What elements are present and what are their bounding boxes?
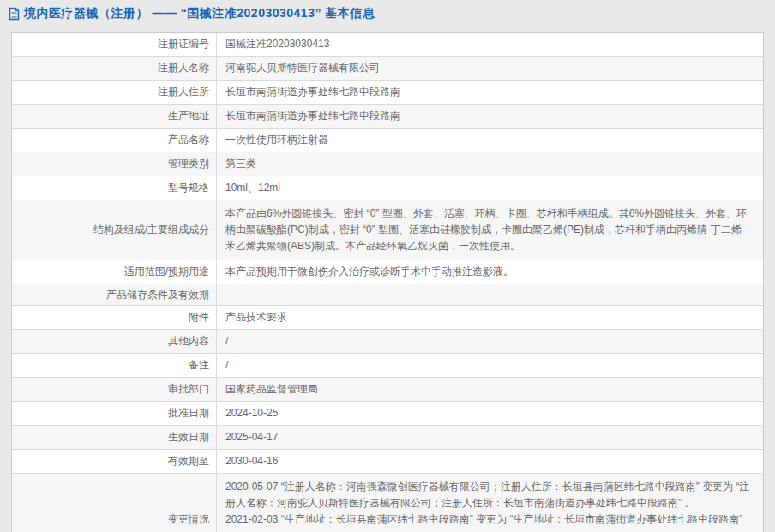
table-row: 适用范围/预期用途 本产品预期用于微创伤介入治疗或诊断手术中手动推注造影液。	[12, 260, 763, 284]
row-value: 长垣市南蒲街道办事处纬七路中段路南	[217, 105, 763, 128]
row-value: 2025-04-17	[217, 426, 763, 449]
table-row: 型号规格 10ml、12ml	[12, 176, 763, 200]
row-label: 结构及组成/主要组成成分	[12, 200, 217, 260]
row-label: 生产地址	[12, 105, 217, 128]
table-row: 管理类别 第三类	[12, 152, 763, 176]
row-label: 适用范围/预期用途	[12, 260, 217, 284]
row-value: 2030-04-16	[217, 450, 763, 473]
row-value: 本产品由6%外圆锥接头、密封 “0” 型圈、外套、活塞、环柄、卡圈、芯杆和手柄组…	[217, 200, 763, 260]
info-table: 注册证编号 国械注准20203030413 注册人名称 河南驼人贝斯特医疗器械有…	[11, 32, 764, 532]
row-value: 长垣市南蒲街道办事处纬七路中段路南	[217, 81, 763, 104]
row-value: 2020-05-07 “注册人名称：河南强森微创医疗器械有限公司；注册人住所：长…	[217, 474, 763, 532]
table-row: 备注 /	[12, 354, 763, 378]
row-label: 产品储存条件及有效期	[12, 284, 217, 305]
table-row: 注册人名称 河南驼人贝斯特医疗器械有限公司	[12, 57, 763, 81]
row-value: 一次性使用环柄注射器	[217, 129, 763, 152]
row-label: 有效期至	[12, 450, 217, 473]
table-row: 附件 产品技术要求	[12, 306, 763, 330]
row-value: 河南驼人贝斯特医疗器械有限公司	[217, 57, 763, 80]
row-value: 2024-10-25	[217, 402, 763, 425]
row-label: 注册人住所	[12, 81, 217, 104]
table-row: 注册证编号 国械注准20203030413	[12, 33, 763, 57]
document-icon	[9, 7, 20, 21]
row-label: 型号规格	[12, 176, 217, 200]
table-row: 其他内容 /	[12, 330, 763, 354]
row-label: 管理类别	[12, 152, 217, 176]
row-label: 产品名称	[12, 129, 217, 152]
table-row: 产品储存条件及有效期	[12, 284, 763, 306]
row-label: 生效日期	[12, 426, 217, 449]
table-row: 审批部门 国家药品监督管理局	[12, 378, 763, 402]
row-value: /	[217, 354, 763, 377]
row-value	[217, 284, 763, 305]
row-label: 注册人名称	[12, 57, 217, 80]
row-value: 国械注准20203030413	[217, 33, 763, 56]
table-row: 生产地址 长垣市南蒲街道办事处纬七路中段路南	[12, 105, 763, 129]
row-label: 变更情况	[12, 474, 217, 532]
row-label: 注册证编号	[12, 33, 217, 56]
row-label: 附件	[12, 306, 217, 329]
page-title: 境内医疗器械（注册） —— “国械注准20203030413” 基本信息	[24, 6, 375, 21]
row-label: 批准日期	[12, 402, 217, 425]
row-label: 其他内容	[12, 330, 217, 353]
row-value: 10ml、12ml	[217, 176, 763, 200]
row-label: 审批部门	[12, 378, 217, 401]
row-value: 本产品预期用于微创伤介入治疗或诊断手术中手动推注造影液。	[217, 260, 763, 284]
table-row: 有效期至 2030-04-16	[12, 450, 763, 474]
row-value: 国家药品监督管理局	[217, 378, 763, 401]
row-value: 产品技术要求	[217, 306, 763, 329]
row-label: 备注	[12, 354, 217, 377]
table-row: 生效日期 2025-04-17	[12, 426, 763, 450]
table-row: 变更情况 2020-05-07 “注册人名称：河南强森微创医疗器械有限公司；注册…	[12, 474, 763, 532]
row-value: 第三类	[217, 152, 763, 176]
table-row: 批准日期 2024-10-25	[12, 402, 763, 426]
page-header: 境内医疗器械（注册） —— “国械注准20203030413” 基本信息	[0, 0, 775, 27]
table-row: 产品名称 一次性使用环柄注射器	[12, 129, 763, 152]
table-row: 注册人住所 长垣市南蒲街道办事处纬七路中段路南	[12, 81, 763, 105]
table-row: 结构及组成/主要组成成分 本产品由6%外圆锥接头、密封 “0” 型圈、外套、活塞…	[12, 200, 763, 260]
row-value: /	[217, 330, 763, 353]
